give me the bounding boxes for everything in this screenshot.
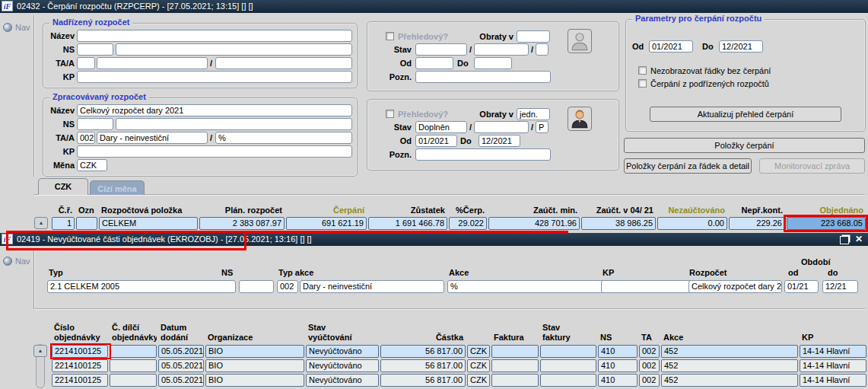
- table-cell[interactable]: BIO: [205, 374, 304, 387]
- cerpani-podrizenych-checkbox[interactable]: [638, 79, 647, 88]
- table-cell[interactable]: 14-14 Hlavní: [800, 345, 866, 358]
- current-pozn-field[interactable]: [415, 148, 551, 161]
- current-taa-name-field[interactable]: Dary - neinvestiční: [97, 132, 208, 144]
- table-cell[interactable]: 002: [639, 359, 660, 372]
- parent-nazev-field[interactable]: [77, 30, 352, 42]
- aktualizuj-button[interactable]: Aktualizuj přehled čerpání: [650, 107, 841, 122]
- table-cell[interactable]: 14-14 Hlavní: [800, 359, 866, 372]
- table-cell[interactable]: 452: [661, 374, 798, 387]
- params-od-field[interactable]: 01/2021: [649, 40, 693, 53]
- table-cell[interactable]: 2214100125: [52, 359, 108, 372]
- table-cell[interactable]: [540, 374, 596, 387]
- row-selector-button[interactable]: ▲: [34, 217, 48, 229]
- order-row[interactable]: 221410012505.05.2021BIONevyúčtováno56 81…: [52, 374, 866, 387]
- current-ns-code-field[interactable]: [77, 118, 113, 130]
- parent-ns-code-field[interactable]: [77, 43, 113, 56]
- table-cell[interactable]: 05.05.2021: [158, 345, 204, 358]
- order-row[interactable]: 221410012505.05.2021BIONevyúčtováno56 81…: [52, 359, 866, 372]
- current-taa-code-field[interactable]: 002: [77, 132, 95, 144]
- table-cell[interactable]: BIO: [205, 345, 304, 358]
- typ-field[interactable]: 2.1 CELKEM 2005: [47, 280, 236, 293]
- table-cell[interactable]: 0.00: [657, 217, 727, 230]
- current-ns-name-field[interactable]: [116, 118, 352, 130]
- table-cell[interactable]: 410: [598, 374, 637, 387]
- current-kp-field[interactable]: [77, 145, 352, 158]
- table-cell[interactable]: Nevyúčtováno: [306, 374, 379, 387]
- parent-pozn-field[interactable]: [415, 71, 551, 83]
- nav-toggle-bottom[interactable]: Nav: [3, 253, 30, 267]
- akce-field[interactable]: %: [447, 280, 609, 293]
- ns-field[interactable]: [239, 280, 274, 293]
- current-prehledovy-checkbox[interactable]: [386, 110, 394, 118]
- table-cell[interactable]: 2214100125: [52, 374, 108, 387]
- polozky-cerpani-button[interactable]: Položky čerpání: [624, 138, 865, 153]
- order-row-selected[interactable]: 221410012505.05.2021BIONevyúčtováno56 81…: [52, 345, 866, 358]
- top-table-row[interactable]: 1CELKEM2 383 087.97691 621.191 691 466.7…: [52, 217, 866, 230]
- current-person-button[interactable]: [568, 107, 592, 131]
- parent-stav3-field[interactable]: [536, 43, 548, 56]
- parent-od-field[interactable]: [415, 57, 453, 69]
- current-stav1-field[interactable]: Doplněn: [415, 121, 467, 133]
- table-cell[interactable]: 56 817.00: [380, 345, 466, 358]
- table-cell[interactable]: 002: [639, 374, 660, 387]
- params-do-field[interactable]: 12/2021: [719, 40, 763, 53]
- parent-obraty-field[interactable]: [517, 30, 550, 43]
- tab-cizi-mena[interactable]: Cizí měna: [90, 180, 145, 195]
- table-cell[interactable]: 29.022: [449, 217, 487, 230]
- typ-akce-code-field[interactable]: 002: [277, 280, 298, 293]
- parent-kp-field[interactable]: [77, 71, 352, 83]
- table-cell[interactable]: 428 701.96: [488, 217, 580, 230]
- current-stav2-field[interactable]: [474, 121, 529, 133]
- parent-taa-pct-field[interactable]: [215, 57, 352, 69]
- table-cell[interactable]: 05.05.2021: [158, 374, 204, 387]
- table-cell[interactable]: BIO: [205, 359, 304, 372]
- restore-window-icon[interactable]: [840, 236, 849, 244]
- polozky-radek-button[interactable]: Položky čerpání za řádek a detail: [624, 158, 752, 174]
- table-cell[interactable]: 2 383 087.97: [199, 217, 285, 230]
- table-cell[interactable]: 1 691 466.78: [368, 217, 447, 230]
- current-od-field[interactable]: 01/2021: [415, 135, 457, 147]
- table-cell[interactable]: Nevyúčtováno: [306, 345, 379, 358]
- table-cell[interactable]: 229.26: [729, 217, 785, 230]
- table-cell[interactable]: [76, 217, 97, 230]
- parent-prehledovy-checkbox[interactable]: [386, 32, 394, 40]
- table-cell[interactable]: CELKEM: [99, 217, 198, 230]
- parent-ns-name-field[interactable]: [116, 43, 352, 56]
- parent-person-button[interactable]: [568, 29, 592, 53]
- table-cell[interactable]: 1: [52, 217, 75, 230]
- table-cell[interactable]: 56 817.00: [380, 359, 466, 372]
- table-cell[interactable]: [491, 345, 539, 358]
- table-cell[interactable]: CZK: [467, 374, 490, 387]
- table-cell[interactable]: Nevyúčtováno: [306, 359, 379, 372]
- parent-taa-code-field[interactable]: [77, 57, 95, 69]
- table-cell[interactable]: 05.05.2021: [158, 359, 204, 372]
- obdobi-do-field[interactable]: 12/21: [822, 280, 858, 293]
- table-cell[interactable]: CZK: [467, 345, 490, 358]
- table-cell[interactable]: [540, 359, 596, 372]
- table-cell[interactable]: [110, 345, 157, 358]
- table-cell[interactable]: 452: [661, 345, 798, 358]
- table-cell[interactable]: 14-14 Hlavní: [800, 374, 866, 387]
- row-selector-button[interactable]: ▲: [33, 345, 47, 357]
- current-do-field[interactable]: 12/2021: [479, 135, 520, 147]
- current-nazev-field[interactable]: Celkový rozpočet dary 2021: [77, 104, 352, 116]
- parent-do-field[interactable]: [474, 57, 512, 69]
- table-cell[interactable]: 410: [598, 345, 637, 358]
- parent-stav2-field[interactable]: [474, 43, 529, 56]
- table-cell[interactable]: 410: [598, 359, 637, 372]
- table-cell[interactable]: 38 986.25: [581, 217, 656, 230]
- parent-taa-name-field[interactable]: [97, 57, 208, 69]
- table-cell[interactable]: 56 817.00: [380, 374, 466, 387]
- table-cell[interactable]: [540, 345, 596, 358]
- table-cell[interactable]: 452: [661, 359, 798, 372]
- current-obraty-field[interactable]: jedn.: [517, 108, 550, 120]
- table-cell[interactable]: 002: [639, 345, 660, 358]
- nezobrazovat-checkbox[interactable]: [638, 66, 647, 75]
- current-stav3-field[interactable]: P: [536, 121, 548, 133]
- table-cell[interactable]: 691 621.19: [286, 217, 367, 230]
- table-cell[interactable]: [110, 359, 157, 372]
- table-cell[interactable]: [491, 374, 539, 387]
- table-cell[interactable]: [110, 374, 157, 387]
- tab-czk[interactable]: CZK: [38, 178, 88, 195]
- obdobi-od-field[interactable]: 01/21: [784, 280, 819, 293]
